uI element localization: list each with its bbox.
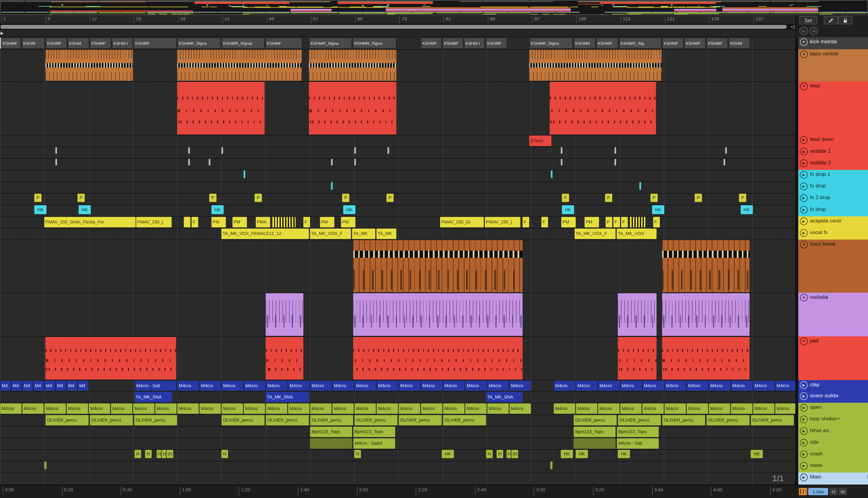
draw-mode-button[interactable] [824,16,838,24]
clip-fx-drop-3[interactable]: HK [741,205,753,214]
clip-wobble-1[interactable] [354,147,356,154]
clip-open[interactable]: M4cro [221,403,243,414]
clip-clap[interactable]: M4cro [199,381,221,391]
clip-acapela-centr[interactable]: PMA [256,217,270,227]
clip-bass-central[interactable] [309,50,396,81]
track-lanes[interactable]: KSHMFKSHMKSHMFKSHMKSHMFKSHM IKSHMFKSHMR_… [0,37,795,485]
clip-snare-suilda[interactable]: TA_MK_SNA [134,392,172,403]
track-header-fx-drop-2[interactable]: ▶fx drop [798,181,868,195]
clip-acapela-centr[interactable]: PMAV_150_Gr [440,217,484,227]
clip-loop-shaker[interactable]: OLIVER_percu [354,415,398,425]
clip-bass-break[interactable] [662,240,750,292]
clip-crash[interactable]: HK [751,450,763,458]
fold-closed-icon[interactable]: ▶ [800,392,807,400]
clip-crash[interactable]: HK [442,450,454,458]
clip-clap[interactable]: M4cro [575,381,597,391]
clip-acapela-centr[interactable]: F [303,217,310,227]
clip-clap[interactable]: M4 [33,381,44,391]
clip-acapela-centr[interactable] [184,217,190,227]
fold-closed-icon[interactable]: ▶ [800,148,807,155]
clip-crash[interactable]: H [221,450,228,458]
clip-fx-2-drop[interactable]: P [739,194,746,202]
clip-acapela-centr[interactable]: F [653,217,660,227]
scrub-area[interactable]: ▶ [0,30,795,37]
clip-open[interactable]: M4cro [133,403,154,414]
clip-fx-drop-3[interactable]: HK [35,205,47,214]
clip-fx-2-drop[interactable]: P [387,194,394,202]
clip-acapela-centr[interactable] [629,217,646,227]
clip-acapela-centr[interactable]: F [523,217,529,227]
fold-closed-icon[interactable]: ▶ [800,171,807,179]
clip-acapela-centr[interactable]: PM [232,217,247,227]
clip-wobble-2[interactable] [724,159,725,166]
clip-clap[interactable]: M4cro [709,381,730,391]
clip-fx-2-drop[interactable]: P [650,194,658,202]
clip-fx-drop-3[interactable]: HK [79,205,91,214]
clip-loop-shaker[interactable]: OLIVER_percu [310,415,353,425]
clip-acapela-centr[interactable]: PM [211,217,226,227]
track-lane-snare-suilda[interactable] [0,391,795,403]
clip-kick-matrda[interactable]: KSHMF [133,38,177,49]
track-header-melodia[interactable]: ▼melodia [798,293,868,338]
clip-pad[interactable] [46,337,176,380]
track-header-vocal-fx[interactable]: ▶vocal fx [798,228,868,241]
clip-wobble-2[interactable] [188,159,190,166]
clip-clap[interactable]: M4cro [443,381,465,391]
fold-open-icon[interactable]: ▼ [800,82,807,90]
clip-clap[interactable]: M4cro [509,381,531,391]
clip-open[interactable]: M4cro [709,403,730,414]
track-header-lead[interactable]: ▼lead [798,81,868,137]
clip-open[interactable]: M4cro [575,403,597,414]
fold-closed-icon[interactable]: ▶ [800,159,807,167]
track-header-wobble-1[interactable]: ▶wobble 1 [798,147,868,160]
clip-clap[interactable]: M4cro [354,381,376,391]
clip-acapela-centr[interactable]: F [613,217,620,227]
clip-crash[interactable]: (H [511,450,518,458]
clip-lead-down[interactable]: (Freez [529,135,552,146]
track-header-fx-drop-3[interactable]: ▶fx drop [798,205,868,218]
zoom-height-button[interactable]: H [829,488,838,495]
clip-melodia[interactable] [265,293,303,336]
track-header-crash[interactable]: ▶crash [798,449,868,463]
clip-open[interactable]: M4cro [664,403,686,414]
clip-pad[interactable] [618,337,656,380]
clip-acapela-centr[interactable] [271,217,296,227]
clip-crash[interactable]: H [486,450,493,458]
clip-kick-matrda[interactable]: KSHM [22,38,45,49]
clip-wobble-1[interactable] [387,147,389,154]
clip-kick-matrda[interactable]: KSHMR_Signat [221,38,265,49]
clip-lead[interactable] [177,82,265,134]
clip-vocal-fx[interactable]: TA_MK_VOX [617,228,657,239]
clip-open[interactable]: M4cro [332,403,354,414]
clip-clap[interactable]: M4cro [775,381,795,391]
clip-clap[interactable]: M4cro [221,381,243,391]
clip-clap[interactable]: M4cro [244,381,265,391]
clip-wobble-2[interactable] [614,159,616,166]
clip-open[interactable]: M4cro [620,403,642,414]
clip-kick-matrda[interactable]: KSHM [68,38,89,49]
clip-loop-shaker[interactable]: OLIVER_percu [662,415,705,425]
track-lane-wobble-1[interactable] [0,147,795,159]
clip-bass-central[interactable] [177,50,302,81]
clip-clap[interactable]: M4cro [177,381,199,391]
clip-open[interactable]: M4cro [399,403,420,414]
clip-open[interactable]: M4cro [177,403,199,414]
clip-open[interactable]: M4cro [443,403,465,414]
clip-acapela-centr[interactable]: PMAV_150_Gmin_Fiesta_Pin [44,217,135,227]
clip-fx-drop-3[interactable]: HK [211,205,223,214]
fold-closed-icon[interactable]: ▶ [800,462,807,470]
clip-open[interactable]: M4cro [354,403,376,414]
fold-closed-icon[interactable]: ▶ [800,136,807,144]
clip-open[interactable]: M4cro [199,403,221,414]
clip-open[interactable]: M4cro [465,403,487,414]
clip-pad[interactable] [662,337,750,380]
clip-loop-shaker[interactable]: OLIVER_percu [706,415,750,425]
track-lane-fx-drop-3[interactable] [0,205,795,217]
fold-closed-icon[interactable]: ▶ [800,427,807,435]
clip-clap[interactable]: M4cro [487,381,509,391]
clip-open[interactable]: M4cro [554,403,575,414]
clip-clap[interactable]: M4 [66,381,77,391]
track-header-loop-shaker[interactable]: ▶loop shaker+ [798,414,868,428]
track-header-lead-down[interactable]: ▶lead down [798,135,868,148]
clip-fx-drop-2[interactable] [639,182,641,189]
